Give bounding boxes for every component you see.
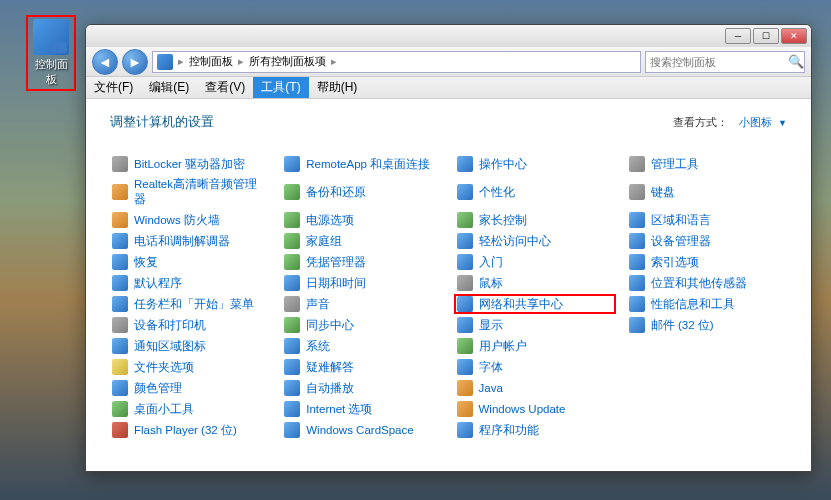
control-panel-item[interactable]: 管理工具 bbox=[627, 155, 787, 173]
control-panel-window: ─ ☐ ✕ ◄ ► ▸ 控制面板 ▸ 所有控制面板项 ▸ 🔍 文件(F) 编辑(… bbox=[85, 24, 812, 472]
view-mode-label: 查看方式： bbox=[673, 116, 728, 128]
item-label: 任务栏和「开始」菜单 bbox=[134, 297, 254, 312]
item-icon bbox=[112, 296, 128, 312]
control-panel-item[interactable]: 入门 bbox=[455, 253, 615, 271]
control-panel-item[interactable]: 设备管理器 bbox=[627, 232, 787, 250]
item-label: 凭据管理器 bbox=[306, 255, 366, 270]
menu-help[interactable]: 帮助(H) bbox=[309, 77, 366, 98]
nav-back-button[interactable]: ◄ bbox=[92, 49, 118, 75]
control-panel-item[interactable]: Java bbox=[455, 379, 615, 397]
control-panel-item[interactable]: 桌面小工具 bbox=[110, 400, 270, 418]
control-panel-item[interactable]: BitLocker 驱动器加密 bbox=[110, 155, 270, 173]
control-panel-item[interactable]: Windows CardSpace bbox=[282, 421, 442, 439]
item-label: 设备和打印机 bbox=[134, 318, 206, 333]
item-icon bbox=[457, 156, 473, 172]
item-label: Windows Update bbox=[479, 403, 566, 415]
control-panel-item[interactable]: Windows 防火墙 bbox=[110, 211, 270, 229]
item-icon bbox=[284, 422, 300, 438]
view-mode-value[interactable]: 小图标 bbox=[739, 116, 772, 128]
control-panel-item[interactable]: 任务栏和「开始」菜单 bbox=[110, 295, 270, 313]
control-panel-item[interactable]: 个性化 bbox=[455, 176, 615, 208]
item-icon bbox=[457, 422, 473, 438]
control-panel-item[interactable]: 设备和打印机 bbox=[110, 316, 270, 334]
control-panel-item[interactable]: 系统 bbox=[282, 337, 442, 355]
control-panel-item[interactable]: Flash Player (32 位) bbox=[110, 421, 270, 439]
control-panel-item[interactable]: 家长控制 bbox=[455, 211, 615, 229]
menu-file[interactable]: 文件(F) bbox=[86, 77, 141, 98]
control-panel-item[interactable]: 操作中心 bbox=[455, 155, 615, 173]
desktop-icon-control-panel[interactable]: 控制面板 bbox=[26, 15, 76, 91]
control-panel-item[interactable]: 位置和其他传感器 bbox=[627, 274, 787, 292]
item-icon bbox=[629, 212, 645, 228]
menu-view[interactable]: 查看(V) bbox=[197, 77, 253, 98]
control-panel-item[interactable]: RemoteApp 和桌面连接 bbox=[282, 155, 442, 173]
item-label: 入门 bbox=[479, 255, 503, 270]
item-label: 设备管理器 bbox=[651, 234, 711, 249]
item-icon bbox=[284, 212, 300, 228]
control-panel-item[interactable]: 字体 bbox=[455, 358, 615, 376]
control-panel-item[interactable]: 声音 bbox=[282, 295, 442, 313]
chevron-icon: ▸ bbox=[235, 55, 247, 68]
item-icon bbox=[629, 275, 645, 291]
control-panel-item[interactable]: 索引选项 bbox=[627, 253, 787, 271]
menu-tools[interactable]: 工具(T) bbox=[253, 77, 308, 98]
item-label: Internet 选项 bbox=[306, 402, 372, 417]
control-panel-item[interactable]: 电话和调制解调器 bbox=[110, 232, 270, 250]
item-label: 家长控制 bbox=[479, 213, 527, 228]
control-panel-item[interactable]: 鼠标 bbox=[455, 274, 615, 292]
view-mode-selector[interactable]: 查看方式： 小图标 ▼ bbox=[673, 115, 787, 130]
control-panel-item[interactable]: 键盘 bbox=[627, 176, 787, 208]
item-label: 操作中心 bbox=[479, 157, 527, 172]
item-label: 电话和调制解调器 bbox=[134, 234, 230, 249]
control-panel-item[interactable]: Realtek高清晰音频管理器 bbox=[110, 176, 270, 208]
control-panel-item[interactable]: 通知区域图标 bbox=[110, 337, 270, 355]
control-panel-item[interactable]: 恢复 bbox=[110, 253, 270, 271]
breadcrumb[interactable]: ▸ 控制面板 ▸ 所有控制面板项 ▸ bbox=[152, 51, 641, 73]
minimize-button[interactable]: ─ bbox=[725, 28, 751, 44]
control-panel-item[interactable]: 程序和功能 bbox=[455, 421, 615, 439]
chevron-down-icon[interactable]: ▼ bbox=[778, 118, 787, 128]
control-panel-item[interactable]: 默认程序 bbox=[110, 274, 270, 292]
menu-edit[interactable]: 编辑(E) bbox=[141, 77, 197, 98]
maximize-button[interactable]: ☐ bbox=[753, 28, 779, 44]
control-panel-item[interactable]: 疑难解答 bbox=[282, 358, 442, 376]
control-panel-item[interactable]: 文件夹选项 bbox=[110, 358, 270, 376]
item-label: 疑难解答 bbox=[306, 360, 354, 375]
control-panel-item[interactable]: 显示 bbox=[455, 316, 615, 334]
item-label: Java bbox=[479, 382, 503, 394]
item-icon bbox=[112, 422, 128, 438]
control-panel-item[interactable]: 同步中心 bbox=[282, 316, 442, 334]
search-input[interactable] bbox=[650, 56, 788, 68]
item-icon bbox=[112, 359, 128, 375]
control-panel-item[interactable]: 凭据管理器 bbox=[282, 253, 442, 271]
item-icon bbox=[284, 184, 300, 200]
control-panel-item[interactable]: 自动播放 bbox=[282, 379, 442, 397]
control-panel-item[interactable]: 备份和还原 bbox=[282, 176, 442, 208]
item-label: 用户帐户 bbox=[479, 339, 527, 354]
control-panel-item[interactable]: 轻松访问中心 bbox=[455, 232, 615, 250]
close-button[interactable]: ✕ bbox=[781, 28, 807, 44]
control-panel-item[interactable]: 区域和语言 bbox=[627, 211, 787, 229]
breadcrumb-item[interactable]: 控制面板 bbox=[189, 54, 233, 69]
item-label: 默认程序 bbox=[134, 276, 182, 291]
control-panel-item[interactable]: 颜色管理 bbox=[110, 379, 270, 397]
breadcrumb-item[interactable]: 所有控制面板项 bbox=[249, 54, 326, 69]
item-label: 网络和共享中心 bbox=[479, 297, 563, 312]
control-panel-item[interactable]: 用户帐户 bbox=[455, 337, 615, 355]
item-label: 声音 bbox=[306, 297, 330, 312]
control-panel-item[interactable]: 家庭组 bbox=[282, 232, 442, 250]
search-input-container[interactable]: 🔍 bbox=[645, 51, 805, 73]
search-icon[interactable]: 🔍 bbox=[788, 54, 804, 69]
breadcrumb-icon bbox=[157, 54, 173, 70]
control-panel-item[interactable]: 网络和共享中心 bbox=[454, 294, 616, 314]
menubar: 文件(F) 编辑(E) 查看(V) 工具(T) 帮助(H) bbox=[86, 77, 811, 99]
item-icon bbox=[457, 275, 473, 291]
nav-forward-button[interactable]: ► bbox=[122, 49, 148, 75]
control-panel-item[interactable]: 日期和时间 bbox=[282, 274, 442, 292]
control-panel-item[interactable]: 电源选项 bbox=[282, 211, 442, 229]
control-panel-item[interactable]: 性能信息和工具 bbox=[627, 295, 787, 313]
control-panel-item[interactable]: Windows Update bbox=[455, 400, 615, 418]
control-panel-item[interactable]: 邮件 (32 位) bbox=[627, 316, 787, 334]
control-panel-item[interactable]: Internet 选项 bbox=[282, 400, 442, 418]
titlebar: ─ ☐ ✕ bbox=[86, 25, 811, 47]
